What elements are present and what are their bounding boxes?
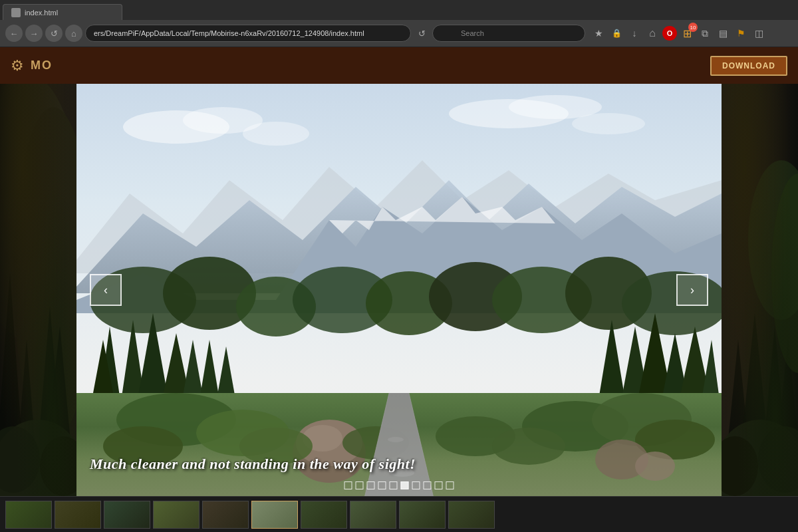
mountain-scene-svg	[76, 84, 722, 496]
svg-marker-72	[771, 340, 798, 496]
home-icon: ⌂	[71, 29, 76, 39]
slide-dot-6[interactable]	[401, 481, 409, 489]
slide-dot-2[interactable]	[356, 481, 364, 489]
browser-toolbar: ← → ↺ ⌂ ers/DreamPiF/AppData/Local/Temp/…	[0, 20, 798, 47]
download-button[interactable]: ↓	[626, 25, 642, 41]
back-button[interactable]: ←	[5, 25, 23, 42]
svg-point-73	[722, 420, 798, 496]
thumb-4[interactable]	[153, 501, 200, 529]
browser-tabs: index.html	[0, 0, 798, 20]
svg-point-10	[40, 436, 76, 496]
home-icon2: ⌂	[649, 27, 656, 39]
back-icon: ←	[10, 29, 19, 39]
url-text: ers/DreamPiF/AppData/Local/Temp/Mobirise…	[94, 29, 364, 37]
svg-point-66	[388, 437, 404, 442]
app-content: ⚙ MO DOWNLOAD	[0, 47, 798, 532]
slide-caption: Much cleaner and not standing in the way…	[76, 456, 722, 473]
slide-dot-9[interactable]	[435, 481, 443, 489]
app-gear-icon: ⚙	[11, 57, 24, 74]
home-button[interactable]: ⌂	[65, 25, 82, 42]
toolbar-icons: ★ 🔒 ↓ ⌂ O ⊞ 10 ⧉ ▤	[591, 25, 767, 41]
download-icon: ↓	[632, 28, 637, 39]
svg-point-1	[0, 84, 76, 340]
slide-dot-7[interactable]	[412, 481, 420, 489]
app-header: ⚙ MO DOWNLOAD	[0, 47, 798, 84]
left-forest-svg	[0, 84, 76, 496]
thumb-6[interactable]	[251, 501, 298, 529]
sidebar-toggle[interactable]: ◫	[751, 25, 767, 41]
slide-dot-3[interactable]	[367, 481, 375, 489]
url-bar[interactable]: ers/DreamPiF/AppData/Local/Temp/Mobirise…	[85, 25, 411, 42]
svg-rect-3	[0, 84, 76, 496]
prev-arrow-icon: ‹	[104, 283, 108, 297]
tab-label: index.html	[25, 9, 58, 17]
slide-dot-8[interactable]	[424, 481, 432, 489]
bottom-area	[0, 496, 798, 532]
slider-container: ‹ › Much cleaner and not standing in the…	[76, 84, 722, 496]
thumb-10[interactable]	[448, 501, 495, 529]
browser-tab-active[interactable]: index.html	[3, 4, 122, 20]
slide-dot-10[interactable]	[446, 481, 454, 489]
extensions-button[interactable]: ⧉	[697, 25, 713, 41]
app-logo: ⚙ MO	[11, 57, 53, 74]
app-header-right: DOWNLOAD	[710, 56, 787, 76]
menu-icon: ▤	[719, 28, 728, 39]
refresh-button[interactable]: ↺	[45, 25, 63, 42]
svg-marker-70	[735, 313, 775, 496]
thumb-5[interactable]	[202, 501, 249, 529]
next-arrow-icon: ›	[690, 283, 694, 297]
flag-icon: ⚑	[737, 28, 745, 39]
svg-point-14	[243, 122, 309, 146]
search-bar[interactable]: Search	[432, 25, 585, 42]
home-btn2[interactable]: ⌂	[644, 25, 660, 41]
opera-button[interactable]: O	[662, 26, 677, 41]
lock-icon: 🔒	[612, 29, 622, 38]
opera-icon: O	[667, 29, 673, 37]
forward-button[interactable]: →	[25, 25, 43, 42]
tab-favicon	[11, 8, 21, 17]
flag-button[interactable]: ⚑	[733, 25, 749, 41]
thumb-2[interactable]	[55, 501, 101, 529]
menu-button[interactable]: ▤	[715, 25, 731, 41]
svg-point-9	[0, 426, 40, 493]
next-slide-button[interactable]: ›	[676, 274, 708, 306]
notifications-button[interactable]: ⊞ 10	[679, 25, 695, 41]
lock-button[interactable]: 🔒	[608, 25, 624, 41]
svg-marker-4	[13, 340, 40, 496]
slide-caption-text: Much cleaner and not standing in the way…	[90, 456, 416, 472]
svg-marker-71	[758, 327, 791, 496]
thumb-8[interactable]	[350, 501, 396, 529]
slide-dot-5[interactable]	[390, 481, 398, 489]
sidebar-icon: ◫	[755, 28, 763, 39]
svg-rect-67	[722, 84, 798, 496]
slide-dot-4[interactable]	[378, 481, 386, 489]
slide-dot-1[interactable]	[344, 481, 352, 489]
svg-rect-0	[0, 84, 76, 496]
right-forest-svg	[722, 84, 798, 496]
notification-badge: 10	[688, 23, 698, 32]
svg-marker-7	[40, 327, 76, 496]
thumb-9[interactable]	[399, 501, 446, 529]
svg-point-76	[748, 160, 798, 320]
svg-point-77	[771, 174, 798, 373]
bookmark-button[interactable]: ★	[591, 25, 606, 41]
puzzle-icon: ⧉	[702, 28, 708, 39]
refresh-icon: ↺	[51, 29, 58, 39]
svg-rect-68	[722, 84, 798, 496]
browser-chrome: index.html ← → ↺ ⌂ ers/DreamPiF/AppData/…	[0, 0, 798, 47]
reload-icon-btn[interactable]: ↺	[414, 25, 430, 41]
thumb-7[interactable]	[301, 501, 347, 529]
search-placeholder: Search	[461, 29, 484, 37]
thumb-1[interactable]	[5, 501, 52, 529]
svg-point-75	[758, 426, 798, 493]
download-button-app[interactable]: DOWNLOAD	[710, 56, 787, 76]
forward-icon: →	[30, 29, 39, 39]
svg-point-17	[572, 113, 645, 134]
svg-point-8	[0, 420, 76, 496]
prev-slide-button[interactable]: ‹	[90, 274, 122, 306]
thumb-3[interactable]	[104, 501, 150, 529]
side-panel-left	[0, 84, 76, 496]
svg-marker-6	[0, 273, 27, 496]
svg-marker-5	[33, 307, 66, 496]
side-panel-right	[722, 84, 798, 496]
